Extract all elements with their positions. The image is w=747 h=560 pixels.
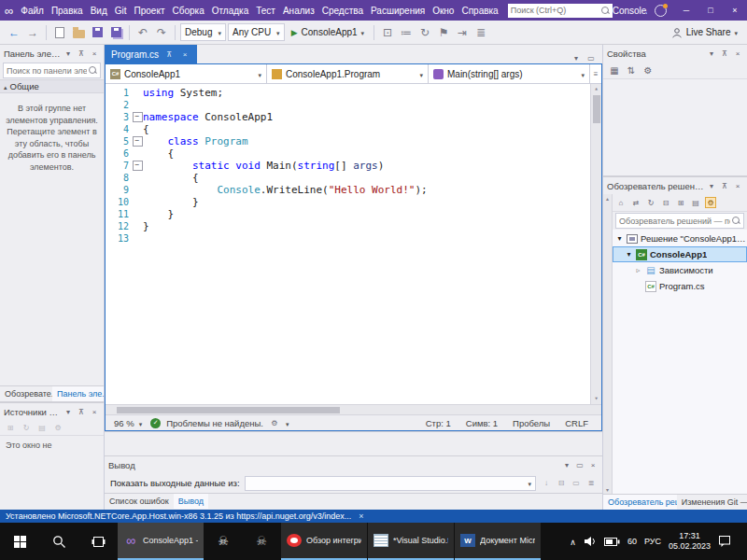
window-menu-icon[interactable] <box>706 180 717 191</box>
fold-marker[interactable] <box>132 111 143 123</box>
code-line[interactable]: } <box>132 208 590 220</box>
code-line[interactable]: { <box>132 172 590 184</box>
output-source-dropdown[interactable] <box>245 476 536 491</box>
pin-icon[interactable] <box>719 180 730 191</box>
scroll-up-icon[interactable]: ▴ <box>594 84 598 94</box>
scroll-down-icon[interactable]: ▾ <box>594 394 598 404</box>
start-button[interactable] <box>0 523 39 560</box>
clear-all-icon[interactable] <box>556 478 567 489</box>
taskbar-app[interactable] <box>243 523 280 560</box>
code-line[interactable]: Console.WriteLine("Hello World!"); <box>132 184 590 196</box>
preview-changes-icon[interactable] <box>379 24 396 41</box>
menu-item[interactable]: Анализ <box>279 0 318 21</box>
menu-item[interactable]: Справка <box>458 0 501 21</box>
task-view-button[interactable] <box>78 523 118 560</box>
find-in-files-icon[interactable] <box>398 24 415 41</box>
menu-item[interactable]: Средства <box>318 0 367 21</box>
collapse-all-icon[interactable] <box>660 197 671 208</box>
scroll-to-end-icon[interactable] <box>541 478 552 489</box>
pin-icon[interactable] <box>719 48 730 59</box>
settings-icon[interactable] <box>52 422 63 433</box>
toolbox-search-input[interactable] <box>7 66 87 76</box>
menu-item[interactable]: Правка <box>48 0 87 21</box>
scrollbar-thumb[interactable] <box>117 407 340 413</box>
scrollbar-thumb[interactable] <box>593 95 600 123</box>
output-tab[interactable]: Вывод <box>174 494 208 509</box>
start-debugging-button[interactable]: ConsoleApp1 <box>287 23 369 41</box>
close-icon[interactable] <box>89 406 100 417</box>
tree-arrow[interactable] <box>615 234 624 243</box>
redo-icon[interactable] <box>153 24 170 41</box>
window-menu-icon[interactable] <box>706 48 717 59</box>
property-pages-icon[interactable] <box>642 64 654 76</box>
taskbar-app[interactable] <box>204 523 242 560</box>
navigate-back-icon[interactable] <box>6 24 22 41</box>
menu-item[interactable]: Окно <box>429 0 458 21</box>
open-file-icon[interactable] <box>70 24 87 41</box>
home-icon[interactable] <box>615 197 627 208</box>
menu-item[interactable]: Расширения <box>367 0 429 21</box>
taskbar-app[interactable]: *Visual Studio.txt -... <box>368 523 454 560</box>
volume-icon[interactable] <box>584 536 597 547</box>
refresh-icon[interactable] <box>21 422 32 433</box>
close-button[interactable] <box>723 0 747 21</box>
fold-marker[interactable] <box>132 135 143 147</box>
close-icon[interactable] <box>89 48 100 59</box>
split-editor-handle[interactable]: ≡ <box>590 64 601 83</box>
menu-item[interactable]: Отладка <box>208 0 253 21</box>
live-share-button[interactable]: Live Share <box>671 27 741 38</box>
code-line[interactable]: class Program <box>132 135 590 147</box>
toggle-output-icon[interactable] <box>585 478 597 489</box>
project-dropdown[interactable]: C# ConsoleApp1 <box>106 64 267 83</box>
scroll-up-icon[interactable]: ▴ <box>606 195 609 202</box>
show-hidden-icons-chevron[interactable] <box>570 536 576 547</box>
maximize-button[interactable] <box>698 0 723 21</box>
menu-item[interactable]: Git <box>111 0 131 21</box>
categorized-view-icon[interactable] <box>609 64 620 76</box>
show-all-files-icon[interactable] <box>675 197 686 208</box>
dismiss-notification-icon[interactable] <box>359 511 363 521</box>
tree-row[interactable]: ConsoleApp1 <box>613 246 747 262</box>
navigate-forward-icon[interactable] <box>24 24 41 41</box>
menu-item[interactable]: Тест <box>252 0 279 21</box>
alphabetical-sort-icon[interactable] <box>626 64 637 76</box>
code-line[interactable]: using System; <box>132 87 590 99</box>
code-lines[interactable]: using System;namespace ConsoleApp1{ clas… <box>132 84 590 404</box>
save-icon[interactable] <box>89 24 106 41</box>
refresh-icon[interactable] <box>645 197 656 208</box>
taskbar-clock[interactable]: 17:31 05.02.2023 <box>669 531 711 553</box>
refresh-icon[interactable] <box>416 24 433 41</box>
solution-explorer-scrollbar[interactable]: ▴ ▾ <box>603 194 613 494</box>
tree-arrow[interactable] <box>625 250 633 259</box>
properties-icon[interactable] <box>690 197 701 208</box>
action-center-icon[interactable] <box>718 535 731 548</box>
pin-tab-icon[interactable] <box>163 49 175 60</box>
zoom-dropdown[interactable]: 96 % <box>111 416 145 430</box>
taskbar-search-button[interactable] <box>39 523 78 560</box>
tree-row[interactable]: Зависимости <box>613 262 747 278</box>
float-window-icon[interactable] <box>585 52 597 63</box>
tree-row[interactable]: Решение "ConsoleApp1" (проекты: 1 из 1) <box>613 231 747 246</box>
panel-tab[interactable]: Обозреватель реше... <box>603 495 677 510</box>
quick-search-input[interactable] <box>511 6 601 15</box>
panel-tab[interactable]: Изменения Git — п... <box>677 495 747 510</box>
user-account-icon[interactable] <box>655 5 667 17</box>
fold-marker[interactable] <box>132 160 143 172</box>
switch-views-icon[interactable] <box>630 197 641 208</box>
pin-icon[interactable] <box>76 406 87 417</box>
close-icon[interactable] <box>587 459 599 470</box>
tree-row[interactable]: Program.cs <box>613 278 747 294</box>
output-tab[interactable]: Список ошибок <box>105 494 174 509</box>
solution-search-box[interactable] <box>615 213 744 229</box>
battery-icon[interactable] <box>604 538 620 546</box>
save-all-icon[interactable] <box>107 24 124 41</box>
solution-search-input[interactable] <box>619 217 730 226</box>
outline-icon[interactable] <box>472 24 489 41</box>
active-files-dropdown-icon[interactable] <box>571 52 582 63</box>
undo-icon[interactable] <box>134 24 151 41</box>
code-line[interactable]: } <box>132 220 590 232</box>
new-file-icon[interactable] <box>51 24 68 41</box>
code-line[interactable]: static void Main(string[] args) <box>132 160 590 172</box>
indent-icon[interactable] <box>454 24 471 41</box>
code-editor[interactable]: 12345678910111213 using System;namespace… <box>106 84 601 404</box>
